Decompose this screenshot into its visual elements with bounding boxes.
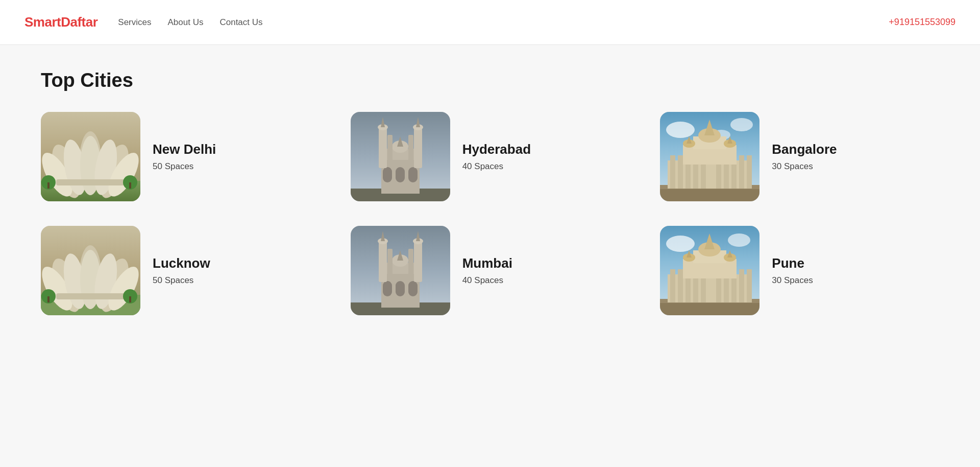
svg-point-91 <box>728 233 750 247</box>
svg-rect-36 <box>660 188 760 201</box>
svg-rect-77 <box>408 281 418 296</box>
svg-rect-48 <box>747 155 752 189</box>
phone-number[interactable]: +919151553099 <box>889 17 955 28</box>
city-image-pune <box>660 226 760 315</box>
city-info-pune: Pune 30 Spaces <box>772 255 813 286</box>
svg-rect-20 <box>408 167 418 182</box>
city-image-hyderabad <box>351 112 450 201</box>
city-info-lucknow: Lucknow 50 Spaces <box>153 255 210 286</box>
section-title: Top Cities <box>41 69 939 91</box>
city-card-mumbai[interactable]: Mumbai 40 Spaces <box>351 226 630 315</box>
city-info-new-delhi: New Delhi 50 Spaces <box>153 142 216 172</box>
city-spaces-bangalore: 30 Spaces <box>772 161 837 172</box>
svg-rect-31 <box>408 135 413 160</box>
city-info-bangalore: Bangalore 30 Spaces <box>772 142 837 172</box>
city-name-pune: Pune <box>772 255 813 271</box>
header-left: SmartDaftar Services About Us Contact Us <box>24 14 263 30</box>
city-name-lucknow: Lucknow <box>153 255 210 271</box>
svg-rect-22 <box>379 127 387 168</box>
svg-rect-71 <box>129 296 131 302</box>
svg-rect-19 <box>396 167 405 182</box>
city-image-mumbai <box>351 226 450 315</box>
city-spaces-pune: 30 Spaces <box>772 275 813 286</box>
city-card-new-delhi[interactable]: New Delhi 50 Spaces <box>41 112 320 201</box>
city-image-lucknow <box>41 226 140 315</box>
svg-rect-23 <box>414 127 422 168</box>
city-image-bangalore <box>660 112 760 201</box>
city-spaces-new-delhi: 50 Spaces <box>153 161 216 172</box>
svg-rect-103 <box>739 269 744 302</box>
svg-rect-87 <box>387 249 393 274</box>
svg-rect-39 <box>670 155 675 189</box>
main-content: Top Cities <box>0 45 980 346</box>
nav-about[interactable]: About Us <box>168 17 204 28</box>
svg-rect-10 <box>56 179 125 185</box>
svg-rect-47 <box>739 155 744 189</box>
svg-rect-40 <box>678 155 683 189</box>
svg-rect-75 <box>383 281 392 296</box>
city-name-new-delhi: New Delhi <box>153 142 216 157</box>
svg-point-34 <box>730 118 753 131</box>
svg-point-90 <box>666 236 695 252</box>
city-card-bangalore[interactable]: Bangalore 30 Spaces <box>660 112 939 201</box>
city-image-new-delhi <box>41 112 140 201</box>
city-card-lucknow[interactable]: Lucknow 50 Spaces <box>41 226 320 315</box>
city-spaces-mumbai: 40 Spaces <box>462 275 512 286</box>
city-name-mumbai: Mumbai <box>462 255 512 271</box>
nav: Services About Us Contact Us <box>118 17 262 28</box>
city-spaces-hyderabad: 40 Spaces <box>462 161 531 172</box>
svg-rect-30 <box>387 135 393 160</box>
svg-rect-88 <box>408 249 413 274</box>
city-info-mumbai: Mumbai 40 Spaces <box>462 255 512 286</box>
svg-rect-96 <box>678 269 683 302</box>
svg-rect-76 <box>396 281 405 296</box>
svg-rect-92 <box>660 301 760 315</box>
logo[interactable]: SmartDaftar <box>24 14 97 30</box>
svg-rect-80 <box>414 241 422 282</box>
svg-rect-95 <box>670 269 675 302</box>
cities-grid: New Delhi 50 Spaces <box>41 112 939 315</box>
svg-rect-13 <box>47 182 50 189</box>
city-name-hyderabad: Hyderabad <box>462 142 531 157</box>
city-card-pune[interactable]: Pune 30 Spaces <box>660 226 939 315</box>
city-spaces-lucknow: 50 Spaces <box>153 275 210 286</box>
svg-rect-14 <box>129 182 131 189</box>
svg-point-33 <box>666 122 695 138</box>
nav-services[interactable]: Services <box>118 17 151 28</box>
header: SmartDaftar Services About Us Contact Us… <box>0 0 980 45</box>
svg-rect-18 <box>383 167 392 182</box>
city-card-hyderabad[interactable]: Hyderabad 40 Spaces <box>351 112 630 201</box>
nav-contact[interactable]: Contact Us <box>219 17 262 28</box>
svg-rect-104 <box>747 269 752 302</box>
city-info-hyderabad: Hyderabad 40 Spaces <box>462 142 531 172</box>
city-name-bangalore: Bangalore <box>772 142 837 157</box>
svg-rect-79 <box>379 241 387 282</box>
svg-rect-67 <box>56 293 125 299</box>
svg-rect-70 <box>47 296 50 302</box>
